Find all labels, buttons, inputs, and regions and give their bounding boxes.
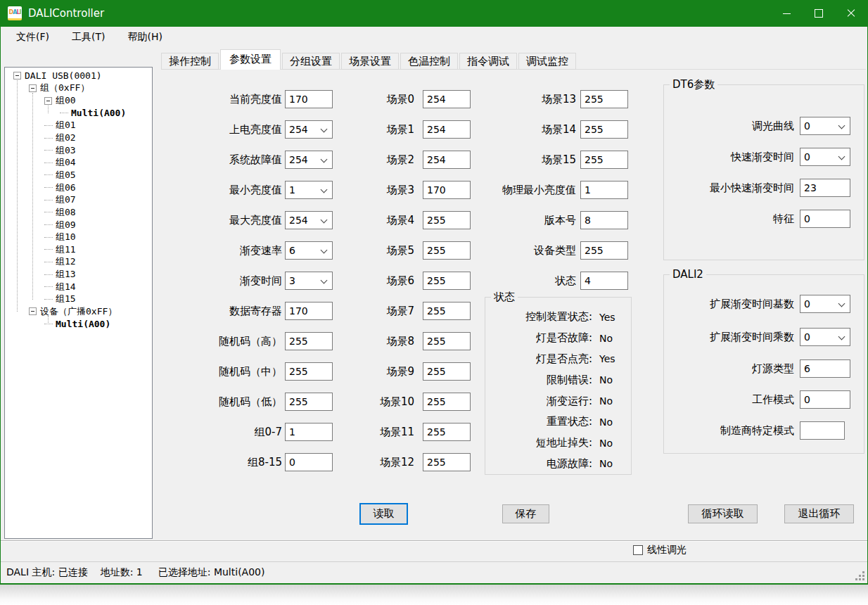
tree-item[interactable]: 组04 — [5, 156, 152, 169]
device-tree: DALI USB(0001)组（0xFF）组00Multi(A00)组01组02… — [4, 67, 153, 539]
linear-dimming-checkbox[interactable] — [633, 545, 643, 555]
scene-12-input[interactable] — [423, 453, 471, 471]
minimize-button[interactable] — [770, 0, 803, 27]
status-row: 灯是否故障:No — [485, 328, 631, 349]
scene-14-input[interactable] — [580, 120, 628, 139]
fast-fade-time-select[interactable]: 0 — [800, 148, 850, 166]
read-button[interactable]: 读取 — [359, 503, 408, 525]
tree-item[interactable]: 组00 — [5, 94, 152, 107]
status-row: 渐变运行:No — [485, 390, 631, 412]
status-row-label: 渐变运行: — [485, 395, 592, 408]
manufacturer-specific-mode-input[interactable] — [800, 421, 845, 440]
tree-expander-icon[interactable] — [29, 84, 37, 92]
tree-item[interactable]: 组12 — [5, 256, 152, 269]
scene-8-input[interactable] — [423, 332, 471, 350]
light-source-type-input[interactable] — [800, 359, 850, 378]
tree-connector — [44, 237, 53, 238]
form-column-scenes: 场景0场景1场景2场景3场景4场景5场景6场景7场景8场景9场景10场景11场景… — [324, 90, 471, 483]
app-icon: DALI — [8, 6, 22, 20]
tree-item-label: 组11 — [56, 243, 76, 256]
tree-connector — [44, 138, 53, 139]
exit-loop-button[interactable]: 退出循环 — [784, 504, 854, 523]
chevron-down-icon — [838, 333, 845, 340]
extended-fade-time-base-select[interactable]: 0 — [800, 295, 850, 313]
resize-grip-icon[interactable] — [855, 571, 864, 580]
tree-item[interactable]: 组07 — [5, 193, 152, 206]
scene-7-input[interactable] — [423, 302, 471, 320]
physical-min-brightness-input[interactable] — [580, 181, 628, 199]
min-fast-fade-time-label: 最小快速渐变时间 — [670, 182, 794, 195]
tree-item[interactable]: 组01 — [5, 120, 152, 132]
tree-connector — [44, 125, 53, 126]
tree-expander-icon[interactable] — [13, 72, 21, 79]
status-row-label: 短地址掉失: — [485, 436, 592, 450]
device-type-input[interactable] — [580, 241, 628, 260]
operating-mode-input[interactable] — [800, 390, 850, 409]
extended-fade-time-multiplier-select[interactable]: 0 — [800, 328, 850, 346]
min-fast-fade-time-input[interactable] — [800, 179, 850, 197]
tree-item[interactable]: 组15 — [5, 293, 152, 306]
dimming-curve-value: 0 — [804, 120, 810, 132]
scene-13-input[interactable] — [580, 90, 628, 108]
close-button[interactable] — [835, 0, 867, 27]
tab-4[interactable]: 场景设置 — [341, 53, 399, 70]
scene-10-label: 场景10 — [324, 395, 414, 409]
scene-3-label: 场景3 — [324, 184, 414, 197]
feature-input[interactable] — [800, 210, 850, 228]
chevron-down-icon — [838, 153, 845, 160]
status-row-value: No — [599, 374, 613, 386]
tab-6[interactable]: 指令调试 — [459, 53, 517, 70]
status-row: 控制装置状态:Yes — [485, 307, 631, 328]
tree-item[interactable]: 组02 — [5, 132, 152, 144]
tree-connector — [44, 150, 53, 151]
chevron-down-icon — [838, 300, 845, 307]
tab-5[interactable]: 色温控制 — [400, 53, 458, 70]
max-brightness-value: 254 — [289, 215, 308, 226]
tree-item[interactable]: 设备（广播0xFF） — [5, 305, 152, 318]
system-failure-value-value: 254 — [289, 154, 308, 165]
tree-item[interactable]: Multi(A00) — [5, 318, 152, 331]
tree-item[interactable]: 组14 — [5, 281, 152, 293]
tree-expander-icon[interactable] — [29, 307, 37, 315]
tab-7[interactable]: 调试监控 — [518, 53, 576, 70]
status-value-input[interactable] — [580, 272, 628, 290]
scene-9-label: 场景9 — [324, 365, 414, 378]
tree-connector — [44, 187, 53, 188]
status-row-value: No — [599, 395, 613, 407]
scene-11-input[interactable] — [423, 423, 471, 441]
version-number-input[interactable] — [580, 211, 628, 229]
tree-connector — [44, 262, 53, 262]
tree-item[interactable]: 组08 — [5, 206, 152, 219]
loop-read-button[interactable]: 循环读取 — [688, 504, 758, 523]
scene-10-input[interactable] — [423, 393, 471, 411]
tree-item[interactable]: 组03 — [5, 144, 152, 157]
menu-item-help[interactable]: 帮助(H) — [119, 29, 170, 46]
fade-time-label: 渐变时间 — [189, 274, 282, 288]
tab-2[interactable]: 参数设置 — [220, 49, 281, 70]
tree-expander-icon[interactable] — [44, 97, 52, 105]
tab-1[interactable]: 操作控制 — [161, 53, 219, 70]
tree-item[interactable]: Multi(A00) — [5, 107, 152, 120]
tree-item[interactable]: 组09 — [5, 219, 152, 231]
tree-item[interactable]: 组05 — [5, 169, 152, 182]
tree-item[interactable]: 组（0xFF） — [5, 82, 152, 95]
tree-item[interactable]: DALI USB(0001) — [5, 70, 152, 82]
dimming-curve-select[interactable]: 0 — [800, 117, 850, 135]
scene-0-label: 场景0 — [324, 93, 414, 106]
menu-item-tools[interactable]: 工具(T) — [63, 29, 113, 46]
fade-rate-value: 6 — [289, 245, 295, 256]
tree-item[interactable]: 组11 — [5, 243, 152, 256]
titlebar: DALI DALIController — [1, 0, 867, 27]
feature-label: 特征 — [670, 212, 794, 226]
scene-15-input[interactable] — [580, 151, 628, 169]
window-shadow — [0, 585, 868, 605]
maximize-button[interactable] — [803, 0, 835, 27]
menu-item-file[interactable]: 文件(F) — [8, 29, 58, 46]
save-button[interactable]: 保存 — [502, 504, 549, 523]
scene-9-input[interactable] — [423, 362, 471, 381]
tree-item[interactable]: 组06 — [5, 182, 152, 194]
tab-3[interactable]: 分组设置 — [282, 53, 340, 70]
status-row-label: 电源故障: — [485, 457, 592, 471]
tree-item[interactable]: 组13 — [5, 268, 152, 281]
tree-item[interactable]: 组10 — [5, 231, 152, 243]
